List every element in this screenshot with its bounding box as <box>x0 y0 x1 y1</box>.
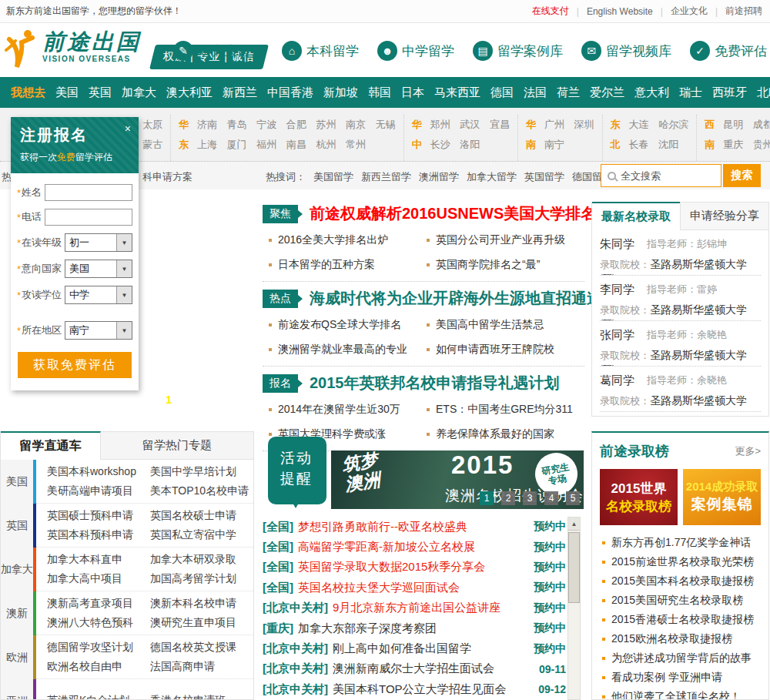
event-city-tag[interactable]: [全国] <box>263 520 293 534</box>
nav-item[interactable]: 荷兰 <box>557 85 580 100</box>
event-title-link[interactable]: 高端留学零距离-新加坡公立名校展 <box>298 540 475 554</box>
event-city-tag[interactable]: [全国] <box>263 560 293 574</box>
form-select[interactable]: 中学▼ <box>65 286 132 304</box>
nav-item[interactable]: 韩国 <box>368 85 391 100</box>
program-country-label[interactable]: 英国 <box>1 504 33 548</box>
nav-item[interactable]: 中国香港 <box>267 85 313 100</box>
program-link[interactable]: 德国留学攻坚计划 <box>47 641 150 655</box>
program-link[interactable]: 英港双K白金计划 <box>47 694 150 700</box>
ranking-thumb[interactable]: 2015世界名校录取榜 <box>600 469 678 525</box>
ranking-item-link[interactable]: 为您讲述成功留学背后的故事 <box>602 648 761 668</box>
hot-keyword-link[interactable]: 英国留学 <box>524 170 564 184</box>
topbar-link[interactable]: 在线支付 <box>532 5 569 18</box>
nav-item[interactable]: 意大利 <box>634 85 669 100</box>
nav-item[interactable]: 西班牙 <box>712 85 747 100</box>
nav-item[interactable]: 英国 <box>89 85 112 100</box>
hot-keyword-link[interactable]: 加拿大留学 <box>467 170 517 184</box>
nav-item[interactable]: 新加坡 <box>323 85 358 100</box>
admissions-tab[interactable]: 最新名校录取 <box>592 202 680 230</box>
form-select[interactable]: 南宁▼ <box>65 321 132 340</box>
city-row[interactable]: 上海 厦门 福州 南昌 杭州 常州 <box>197 135 396 155</box>
news-item-link[interactable]: 英国分公司开业产业再升级 <box>427 233 583 247</box>
header-nav-item[interactable]: ✎研究生留学 <box>173 41 263 61</box>
ranking-item-link[interactable]: 2015美国本科名校录取捷报榜 <box>602 571 761 591</box>
city-row[interactable]: 济南 青岛 宁波 合肥 苏州 南京 无锡 <box>197 115 396 135</box>
event-city-tag[interactable]: [北京中关村] <box>263 641 328 656</box>
program-link[interactable]: 澳新高考直录项目 <box>47 597 150 611</box>
topbar-link[interactable]: 前途招聘 <box>725 5 762 18</box>
nav-item[interactable]: 日本 <box>401 85 424 100</box>
nav-item[interactable]: 美国 <box>55 85 79 100</box>
form-select[interactable]: 初一▼ <box>65 233 132 252</box>
program-country-label[interactable]: 亚洲 <box>1 679 33 700</box>
close-icon[interactable]: × <box>125 122 131 135</box>
program-link[interactable]: 美国中学早培计划 <box>150 465 253 479</box>
event-title-link[interactable]: 刚上高中如何准备出国留学 <box>333 641 471 656</box>
nav-item[interactable]: 法国 <box>524 85 547 100</box>
nav-item[interactable]: 德国 <box>490 85 514 100</box>
city-row[interactable]: 广州 深圳 <box>544 115 594 135</box>
ranking-thumb[interactable]: 2014成功录取案例集锦 <box>683 469 761 525</box>
program-country-label[interactable]: 欧洲 <box>1 635 33 679</box>
admission-entry[interactable]: 葛同学指导老师：余晓艳录取院校：圣路易斯华盛顿大学 <box>600 367 761 412</box>
event-title-link[interactable]: 梦想引路勇敢前行--欧亚名校盛典 <box>298 520 467 534</box>
rankings-more-link[interactable]: 更多> <box>735 444 761 458</box>
program-link[interactable]: 英国私立寄宿中学 <box>150 528 253 542</box>
carousel-dot[interactable]: 5 <box>566 491 580 505</box>
program-link[interactable]: 美国本科workshop <box>47 465 150 479</box>
search-box[interactable] <box>601 164 721 187</box>
hotbar-fragment-link[interactable]: 科申请方案 <box>142 170 192 184</box>
ranking-item-link[interactable]: 看成功案例 学亚洲申请 <box>602 668 761 687</box>
carousel-dot[interactable]: 2 <box>501 491 515 505</box>
hot-keyword-link[interactable]: 新西兰留学 <box>361 170 411 184</box>
program-link[interactable]: 英国硕士预科申请 <box>47 509 150 523</box>
name-field[interactable] <box>45 184 132 201</box>
admissions-tab[interactable]: 申请经验分享 <box>680 202 768 230</box>
admission-entry[interactable]: 张同学指导老师：余晓艳录取院校：圣路易斯华盛顿大学(研) <box>600 321 761 367</box>
event-title-link[interactable]: 9月北京新东方前途出国公益讲座 <box>333 601 500 615</box>
search-input[interactable] <box>621 170 701 182</box>
event-city-tag[interactable]: [北京中关村] <box>263 682 328 697</box>
program-link[interactable]: 美研高端申请项目 <box>47 484 150 498</box>
ranking-item-link[interactable]: 2015香港硕士名校录取捷报榜 <box>602 610 761 629</box>
event-title-link[interactable]: 英国名校拉夫堡大学巡回面试会 <box>298 581 460 595</box>
program-link[interactable]: 德国名校英文授课 <box>150 641 253 655</box>
program-country-label[interactable]: 加拿大 <box>1 548 33 591</box>
news-item-link[interactable]: 2014年在澳留学生近30万 <box>269 403 427 417</box>
news-headline[interactable]: 前途权威解析2016USNEWS美国大学排名 <box>310 203 596 224</box>
nav-item[interactable]: 新西兰 <box>223 85 257 100</box>
news-item-link[interactable]: ETS：中国考生GRE均分311 <box>427 403 583 417</box>
header-nav-item[interactable]: ▤留学案例库 <box>473 41 563 61</box>
event-title-link[interactable]: 英国留学录取大数据2015秋季分享会 <box>298 560 485 574</box>
phone-field[interactable] <box>45 209 132 226</box>
programs-tab[interactable]: 留学热门专题 <box>101 431 253 460</box>
carousel-dot[interactable]: 4 <box>544 491 558 505</box>
event-city-tag[interactable]: [重庆] <box>263 621 293 636</box>
header-nav-item[interactable]: ☻中学留学 <box>377 41 454 61</box>
nav-item[interactable]: 马来西亚 <box>434 85 480 100</box>
program-link[interactable]: 香港名校申请班 <box>150 694 253 700</box>
hot-keyword-link[interactable]: 澳洲留学 <box>419 170 459 184</box>
program-link[interactable]: 法国高商申请 <box>150 660 253 674</box>
city-row[interactable]: 大连 哈尔滨 <box>629 115 689 135</box>
carousel-dot[interactable]: 3 <box>523 491 537 505</box>
event-city-tag[interactable]: [全国] <box>263 540 293 554</box>
nav-item[interactable]: 加拿大 <box>122 85 156 100</box>
event-title-link[interactable]: 澳洲新南威尔士大学招生面试会 <box>333 661 494 676</box>
news-item-link[interactable]: 英国商学院排名之“最” <box>427 258 583 272</box>
event-city-tag[interactable]: [全国] <box>263 581 293 595</box>
hot-keyword-link[interactable]: 美国留学 <box>313 170 353 184</box>
nav-item[interactable]: 北欧 <box>757 85 770 100</box>
program-link[interactable]: 澳研究生直申项目 <box>150 616 253 630</box>
ranking-item-link[interactable]: 他们逆袭了全球顶尖名校！ <box>602 687 761 700</box>
news-headline[interactable]: 2015年英联邦名校申请指导礼遇计划 <box>310 373 560 394</box>
news-item-link[interactable]: 养老保障体系最好的国家 <box>427 427 583 441</box>
program-link[interactable]: 加拿大高中项目 <box>47 572 150 586</box>
header-nav-item[interactable]: ✓免费评估 <box>690 41 767 61</box>
city-row[interactable]: 南宁 <box>544 135 594 155</box>
program-link[interactable]: 澳新本科名校申请 <box>150 597 253 611</box>
free-evaluation-button[interactable]: 获取免费评估 <box>18 352 132 378</box>
program-link[interactable]: 加拿大本科直申 <box>47 553 150 567</box>
city-row[interactable]: 重庆 贵州 <box>723 135 770 155</box>
city-row[interactable]: 长春 沈阳 <box>629 135 689 155</box>
